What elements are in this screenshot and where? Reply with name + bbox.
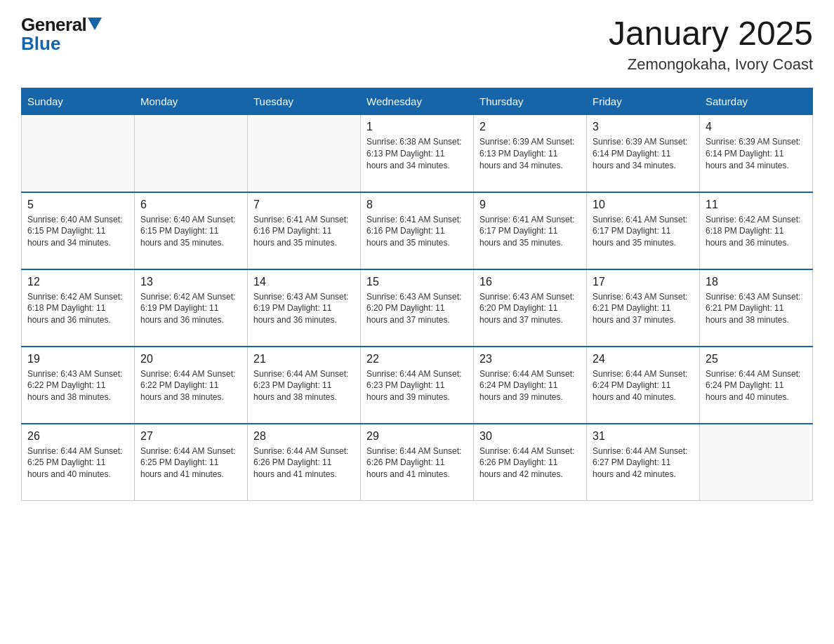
day-info: Sunrise: 6:42 AM Sunset: 6:19 PM Dayligh…	[140, 291, 241, 326]
calendar-day-cell: 16Sunrise: 6:43 AM Sunset: 6:20 PM Dayli…	[474, 269, 587, 347]
day-number: 16	[479, 276, 581, 288]
day-number: 30	[479, 430, 581, 443]
day-number: 5	[27, 199, 128, 211]
calendar-week-row: 19Sunrise: 6:43 AM Sunset: 6:22 PM Dayli…	[22, 347, 813, 424]
calendar-day-cell: 17Sunrise: 6:43 AM Sunset: 6:21 PM Dayli…	[587, 269, 700, 347]
day-number: 23	[479, 353, 581, 365]
day-number: 19	[27, 353, 128, 365]
day-info: Sunrise: 6:39 AM Sunset: 6:14 PM Dayligh…	[706, 136, 807, 171]
day-number: 9	[479, 199, 581, 211]
calendar-week-row: 12Sunrise: 6:42 AM Sunset: 6:18 PM Dayli…	[22, 269, 813, 347]
day-info: Sunrise: 6:44 AM Sunset: 6:26 PM Dayligh…	[366, 445, 468, 481]
day-info: Sunrise: 6:42 AM Sunset: 6:18 PM Dayligh…	[27, 291, 128, 326]
day-number: 31	[593, 430, 694, 443]
calendar-day-cell: 22Sunrise: 6:44 AM Sunset: 6:23 PM Dayli…	[361, 347, 474, 424]
day-info: Sunrise: 6:39 AM Sunset: 6:13 PM Dayligh…	[479, 136, 581, 171]
day-info: Sunrise: 6:41 AM Sunset: 6:16 PM Dayligh…	[253, 214, 355, 249]
calendar-day-cell: 1Sunrise: 6:38 AM Sunset: 6:13 PM Daylig…	[361, 115, 474, 192]
column-header-sunday: Sunday	[22, 88, 135, 115]
calendar-day-cell: 2Sunrise: 6:39 AM Sunset: 6:13 PM Daylig…	[474, 115, 587, 192]
logo-triangle-icon	[88, 18, 102, 30]
day-number: 13	[140, 276, 241, 288]
calendar-day-cell: 28Sunrise: 6:44 AM Sunset: 6:26 PM Dayli…	[248, 424, 361, 501]
page-header: General Blue January 2025 Zemongokaha, I…	[21, 14, 813, 74]
day-info: Sunrise: 6:41 AM Sunset: 6:17 PM Dayligh…	[593, 214, 694, 249]
day-number: 24	[593, 353, 694, 365]
day-info: Sunrise: 6:43 AM Sunset: 6:20 PM Dayligh…	[366, 291, 468, 326]
empty-cell	[700, 424, 813, 501]
day-info: Sunrise: 6:44 AM Sunset: 6:25 PM Dayligh…	[140, 445, 241, 481]
column-header-tuesday: Tuesday	[248, 88, 361, 115]
calendar-week-row: 1Sunrise: 6:38 AM Sunset: 6:13 PM Daylig…	[22, 115, 813, 192]
day-number: 12	[27, 276, 128, 288]
calendar-day-cell: 23Sunrise: 6:44 AM Sunset: 6:24 PM Dayli…	[474, 347, 587, 424]
logo-blue-text: Blue	[21, 33, 60, 55]
day-number: 3	[593, 121, 694, 133]
day-number: 8	[366, 199, 468, 211]
calendar-day-cell: 27Sunrise: 6:44 AM Sunset: 6:25 PM Dayli…	[135, 424, 248, 501]
day-info: Sunrise: 6:43 AM Sunset: 6:21 PM Dayligh…	[706, 291, 807, 326]
day-number: 29	[366, 430, 468, 443]
day-info: Sunrise: 6:44 AM Sunset: 6:23 PM Dayligh…	[366, 368, 468, 403]
column-header-wednesday: Wednesday	[361, 88, 474, 115]
day-info: Sunrise: 6:44 AM Sunset: 6:22 PM Dayligh…	[140, 368, 241, 403]
day-info: Sunrise: 6:41 AM Sunset: 6:17 PM Dayligh…	[479, 214, 581, 249]
empty-cell	[135, 115, 248, 192]
day-info: Sunrise: 6:44 AM Sunset: 6:26 PM Dayligh…	[479, 445, 581, 481]
calendar-day-cell: 19Sunrise: 6:43 AM Sunset: 6:22 PM Dayli…	[22, 347, 135, 424]
logo: General Blue	[21, 14, 102, 55]
day-number: 20	[140, 353, 241, 365]
day-info: Sunrise: 6:38 AM Sunset: 6:13 PM Dayligh…	[366, 136, 468, 171]
empty-cell	[248, 115, 361, 192]
calendar-header-row: SundayMondayTuesdayWednesdayThursdayFrid…	[22, 88, 813, 115]
day-number: 6	[140, 199, 241, 211]
title-section: January 2025 Zemongokaha, Ivory Coast	[609, 14, 813, 74]
day-info: Sunrise: 6:39 AM Sunset: 6:14 PM Dayligh…	[593, 136, 694, 171]
calendar-subtitle: Zemongokaha, Ivory Coast	[609, 55, 813, 74]
calendar-day-cell: 18Sunrise: 6:43 AM Sunset: 6:21 PM Dayli…	[700, 269, 813, 347]
day-number: 25	[706, 353, 807, 365]
calendar-day-cell: 14Sunrise: 6:43 AM Sunset: 6:19 PM Dayli…	[248, 269, 361, 347]
day-number: 28	[253, 430, 355, 443]
day-info: Sunrise: 6:44 AM Sunset: 6:24 PM Dayligh…	[593, 368, 694, 403]
day-info: Sunrise: 6:40 AM Sunset: 6:15 PM Dayligh…	[140, 214, 241, 249]
calendar-day-cell: 8Sunrise: 6:41 AM Sunset: 6:16 PM Daylig…	[361, 192, 474, 269]
day-number: 21	[253, 353, 355, 365]
day-number: 27	[140, 430, 241, 443]
calendar-day-cell: 4Sunrise: 6:39 AM Sunset: 6:14 PM Daylig…	[700, 115, 813, 192]
day-number: 14	[253, 276, 355, 288]
calendar-week-row: 5Sunrise: 6:40 AM Sunset: 6:15 PM Daylig…	[22, 192, 813, 269]
calendar-day-cell: 29Sunrise: 6:44 AM Sunset: 6:26 PM Dayli…	[361, 424, 474, 501]
day-number: 4	[706, 121, 807, 133]
calendar-day-cell: 12Sunrise: 6:42 AM Sunset: 6:18 PM Dayli…	[22, 269, 135, 347]
calendar-day-cell: 7Sunrise: 6:41 AM Sunset: 6:16 PM Daylig…	[248, 192, 361, 269]
calendar-week-row: 26Sunrise: 6:44 AM Sunset: 6:25 PM Dayli…	[22, 424, 813, 501]
day-number: 18	[706, 276, 807, 288]
day-info: Sunrise: 6:42 AM Sunset: 6:18 PM Dayligh…	[706, 214, 807, 249]
day-info: Sunrise: 6:43 AM Sunset: 6:21 PM Dayligh…	[593, 291, 694, 326]
day-number: 15	[366, 276, 468, 288]
day-info: Sunrise: 6:43 AM Sunset: 6:19 PM Dayligh…	[253, 291, 355, 326]
day-info: Sunrise: 6:43 AM Sunset: 6:20 PM Dayligh…	[479, 291, 581, 326]
column-header-monday: Monday	[135, 88, 248, 115]
day-info: Sunrise: 6:40 AM Sunset: 6:15 PM Dayligh…	[27, 214, 128, 249]
calendar-day-cell: 3Sunrise: 6:39 AM Sunset: 6:14 PM Daylig…	[587, 115, 700, 192]
column-header-friday: Friday	[587, 88, 700, 115]
day-info: Sunrise: 6:44 AM Sunset: 6:24 PM Dayligh…	[479, 368, 581, 403]
day-info: Sunrise: 6:43 AM Sunset: 6:22 PM Dayligh…	[27, 368, 128, 403]
calendar-day-cell: 15Sunrise: 6:43 AM Sunset: 6:20 PM Dayli…	[361, 269, 474, 347]
day-number: 1	[366, 121, 468, 133]
calendar-table: SundayMondayTuesdayWednesdayThursdayFrid…	[21, 88, 813, 501]
calendar-day-cell: 9Sunrise: 6:41 AM Sunset: 6:17 PM Daylig…	[474, 192, 587, 269]
column-header-saturday: Saturday	[700, 88, 813, 115]
day-number: 7	[253, 199, 355, 211]
empty-cell	[22, 115, 135, 192]
calendar-day-cell: 25Sunrise: 6:44 AM Sunset: 6:24 PM Dayli…	[700, 347, 813, 424]
day-number: 11	[706, 199, 807, 211]
calendar-day-cell: 31Sunrise: 6:44 AM Sunset: 6:27 PM Dayli…	[587, 424, 700, 501]
calendar-day-cell: 21Sunrise: 6:44 AM Sunset: 6:23 PM Dayli…	[248, 347, 361, 424]
day-number: 26	[27, 430, 128, 443]
day-number: 10	[593, 199, 694, 211]
calendar-day-cell: 13Sunrise: 6:42 AM Sunset: 6:19 PM Dayli…	[135, 269, 248, 347]
calendar-day-cell: 11Sunrise: 6:42 AM Sunset: 6:18 PM Dayli…	[700, 192, 813, 269]
